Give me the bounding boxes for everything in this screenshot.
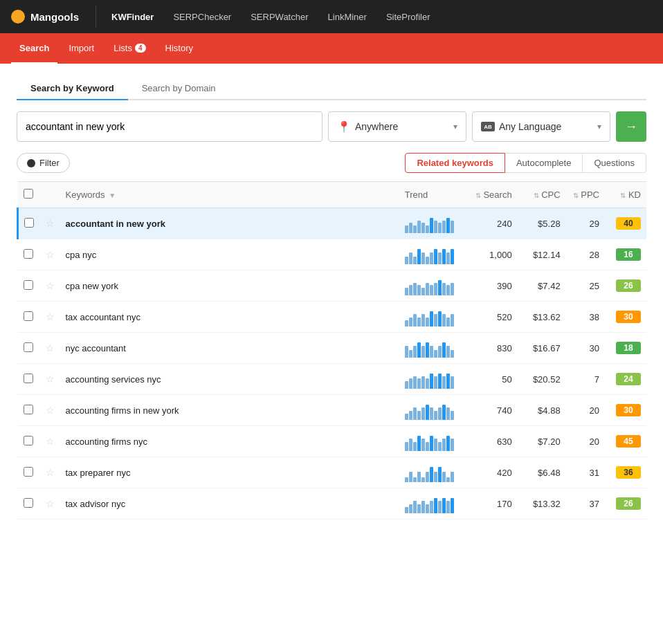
top-nav-serpchecker[interactable]: SERPChecker: [163, 0, 241, 33]
header-ppc[interactable]: ⇅ PPC: [566, 182, 605, 208]
row-star-icon[interactable]: ☆: [46, 280, 55, 291]
header-trend: Trend: [399, 182, 469, 208]
row-star-icon[interactable]: ☆: [46, 218, 55, 229]
row-checkbox-cell: [18, 395, 40, 426]
trend-bars: [405, 369, 463, 389]
trend-bar: [413, 283, 417, 295]
header-kd[interactable]: ⇅ KD: [605, 182, 646, 208]
kd-badge: 30: [616, 404, 641, 416]
trend-bar: [442, 498, 446, 513]
kd-badge: 40: [616, 217, 641, 230]
row-star-cell: ☆: [40, 302, 60, 333]
row-star-icon[interactable]: ☆: [46, 311, 55, 322]
row-checkbox[interactable]: [24, 280, 33, 290]
select-all-checkbox[interactable]: [24, 189, 33, 199]
row-checkbox[interactable]: [24, 311, 33, 321]
row-checkbox[interactable]: [24, 374, 33, 383]
keywords-table: Keywords ▼ Trend ⇅ Search ⇅ CPC ⇅ PPC: [17, 181, 646, 519]
trend-bar: [409, 285, 412, 295]
top-nav-linkminer[interactable]: LinkMiner: [318, 0, 376, 33]
header-keywords[interactable]: Keywords ▼: [60, 182, 399, 208]
kd-badge: 18: [616, 342, 641, 354]
trend-bar: [434, 411, 437, 420]
row-star-icon[interactable]: ☆: [46, 467, 55, 478]
row-keyword-text: tax advisor nyc: [66, 499, 126, 509]
row-keyword-text: accounting services nyc: [66, 374, 161, 385]
trend-bar: [409, 318, 412, 326]
row-star-icon[interactable]: ☆: [46, 374, 55, 385]
kd-badge: 26: [616, 497, 641, 510]
row-checkbox[interactable]: [24, 218, 34, 228]
trend-bar: [409, 350, 412, 358]
trend-bar: [421, 314, 425, 326]
tab-search-by-domain[interactable]: Search by Domain: [128, 77, 230, 100]
trend-bar: [451, 411, 454, 420]
row-star-icon[interactable]: ☆: [46, 342, 55, 353]
trend-bars: [405, 494, 463, 513]
kd-badge: 45: [616, 435, 641, 448]
location-selector[interactable]: 📍 Anywhere ▾: [328, 111, 466, 142]
row-ppc-cell: 30: [566, 333, 605, 364]
header-cpc[interactable]: ⇅ CPC: [518, 182, 566, 208]
filter-button[interactable]: Filter: [17, 153, 70, 173]
trend-bar: [421, 288, 425, 295]
language-selector[interactable]: AB Any Language ▾: [472, 111, 610, 142]
trend-bar: [442, 221, 446, 233]
row-keyword-cell: accounting firms in new york: [60, 395, 399, 426]
tab-search-by-keyword[interactable]: Search by Keyword: [17, 77, 128, 100]
trend-bar: [417, 318, 421, 326]
trend-bar: [438, 311, 442, 326]
row-kd-cell: 40: [605, 208, 646, 239]
trend-bar: [434, 498, 437, 513]
row-cpc-cell: $7.20: [518, 426, 566, 457]
table-row: ☆ accountant in new york 240 $5.28 29 40: [18, 208, 647, 239]
brand-logo-area: Mangools: [11, 10, 79, 24]
lists-badge: 4: [135, 44, 146, 53]
trend-bar: [430, 285, 433, 295]
top-nav-siteprofiler[interactable]: SiteProfiler: [376, 0, 440, 33]
row-star-icon[interactable]: ☆: [46, 405, 55, 416]
tab-autocomplete[interactable]: Autocomplete: [505, 153, 583, 173]
row-kd-cell: 30: [605, 395, 646, 426]
trend-bar: [426, 378, 429, 389]
subnav-history[interactable]: History: [157, 33, 201, 64]
trend-bar: [430, 436, 433, 451]
row-checkbox[interactable]: [24, 436, 33, 445]
top-nav-kwfinder[interactable]: KWFinder: [102, 0, 163, 33]
row-checkbox[interactable]: [24, 498, 33, 508]
row-checkbox[interactable]: [24, 342, 33, 352]
row-checkbox[interactable]: [24, 249, 33, 259]
subnav-lists[interactable]: Lists 4: [105, 33, 154, 64]
row-checkbox[interactable]: [24, 467, 33, 477]
trend-bar: [430, 467, 433, 482]
tab-related-keywords[interactable]: Related keywords: [405, 153, 505, 173]
trend-bar: [405, 288, 408, 295]
filter-label: Filter: [39, 158, 60, 168]
row-star-icon[interactable]: ☆: [46, 436, 55, 447]
trend-bar: [409, 504, 412, 513]
search-go-button[interactable]: →: [616, 111, 646, 142]
header-search[interactable]: ⇅ Search: [469, 182, 518, 208]
subnav-search[interactable]: Search: [11, 33, 57, 64]
trend-bar: [438, 346, 442, 358]
trend-bar: [426, 342, 429, 358]
row-trend-cell: [399, 208, 469, 239]
tab-questions[interactable]: Questions: [582, 153, 646, 173]
trend-bar: [446, 318, 450, 326]
keyword-input[interactable]: [17, 111, 323, 142]
row-star-icon[interactable]: ☆: [46, 249, 55, 260]
search-sort-icon: ⇅: [475, 192, 481, 199]
trend-bar: [417, 249, 421, 264]
trend-bar: [409, 378, 412, 389]
trend-bar: [413, 226, 417, 233]
search-row: 📍 Anywhere ▾ AB Any Language ▾ →: [17, 111, 646, 142]
subnav-import[interactable]: Import: [60, 33, 102, 64]
row-star-icon[interactable]: ☆: [46, 498, 55, 509]
row-keyword-cell: tax preparer nyc: [60, 457, 399, 488]
kd-badge: 26: [616, 279, 641, 292]
top-nav-serpwatcher[interactable]: SERPWatcher: [241, 0, 318, 33]
row-search-cell: 240: [469, 208, 518, 239]
row-star-cell: ☆: [40, 488, 60, 519]
row-checkbox[interactable]: [24, 405, 33, 414]
row-keyword-text: tax accountant nyc: [66, 312, 140, 322]
